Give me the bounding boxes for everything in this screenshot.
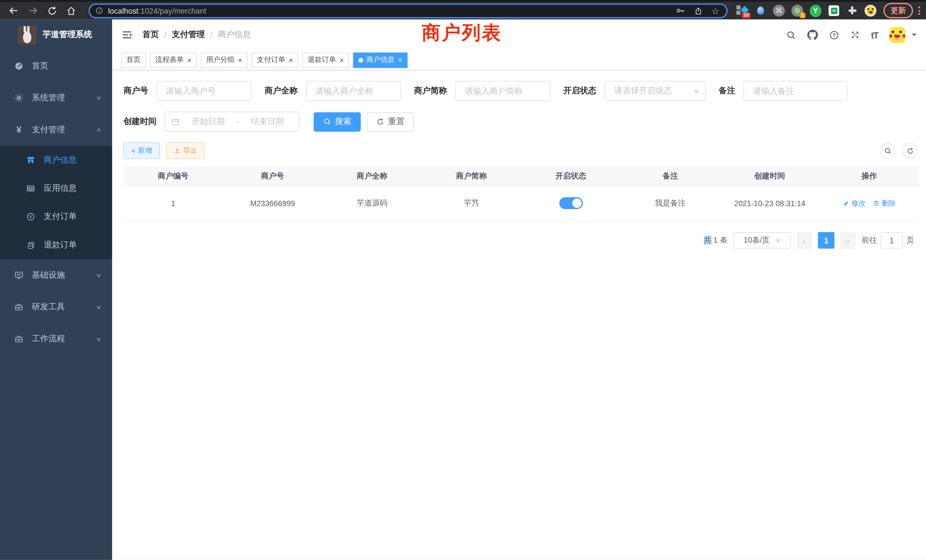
browser-home-icon[interactable]: [66, 6, 76, 16]
export-button[interactable]: 导出: [166, 142, 205, 159]
browser-toolbar: localhost:1024/pay/merchant ☆ 10 ⌘ 1 Y: [0, 0, 926, 20]
extension-workspaces-icon[interactable]: 10: [737, 5, 748, 17]
fullscreen-icon[interactable]: [850, 30, 859, 39]
logo-image: [18, 26, 36, 44]
svg-text:¥: ¥: [29, 214, 32, 219]
short-name-label: 商户简称: [414, 86, 447, 96]
close-icon[interactable]: ×: [340, 56, 344, 64]
user-avatar[interactable]: [890, 27, 905, 43]
sidebar-item-system[interactable]: 系统管理 ∨: [0, 82, 112, 114]
password-key-icon[interactable]: [675, 6, 685, 15]
plus-icon: +: [131, 146, 136, 155]
profile-avatar-icon[interactable]: [865, 5, 876, 17]
tab-merchant-info[interactable]: 商户信息×: [353, 52, 408, 68]
sidebar-item-payment[interactable]: ¥ 支付管理 ∧: [0, 114, 112, 146]
toolbox-icon: [12, 303, 26, 312]
extension-badge: 1: [799, 12, 806, 18]
remark-input[interactable]: [743, 81, 847, 101]
browser-forward-icon[interactable]: [28, 5, 38, 16]
screen: localhost:1024/pay/merchant ☆ 10 ⌘ 1 Y: [0, 0, 926, 560]
merchant-no-input[interactable]: [156, 81, 251, 101]
sidebar-item-workflow[interactable]: 工作流程 ∨: [0, 323, 112, 355]
sidebar-item-merchant-info[interactable]: 商户信息: [0, 146, 112, 174]
sidebar-item-refund-order[interactable]: 退款订单: [0, 231, 112, 259]
short-name-input[interactable]: [455, 81, 550, 101]
extensions-puzzle-icon[interactable]: [846, 5, 858, 17]
main-area: 首页 / 支付管理 / 商户信息 ? tT: [112, 20, 926, 560]
filter-row-2: 创建时间 开始日期 - 结束日期 搜索: [123, 112, 919, 132]
address-bar[interactable]: localhost:1024/pay/merchant ☆: [89, 3, 728, 18]
page-1-button[interactable]: 1: [818, 232, 834, 249]
sidebar: 芋道管理系统 首页 系统管理 ∨ ¥ 支付管理 ∧: [0, 20, 112, 560]
bookmark-star-icon[interactable]: ☆: [711, 6, 719, 15]
merchant-table: 商户编号 商户号 商户全称 商户简称 开启状态 备注 创建时间 操作 1 M23…: [123, 166, 919, 221]
cell-short-name: 芋艿: [422, 198, 521, 209]
extension-y-icon[interactable]: Y: [809, 5, 822, 17]
extension-recorder-icon[interactable]: 1: [791, 5, 803, 17]
prev-page-button[interactable]: ‹: [797, 232, 812, 249]
url-text: localhost:1024/pay/merchant: [108, 6, 206, 15]
status-select[interactable]: 请选择开启状态 ∨: [605, 81, 706, 101]
full-name-input[interactable]: [306, 81, 401, 101]
show-search-button[interactable]: [880, 143, 895, 158]
tab-process-form[interactable]: 流程表单×: [150, 52, 197, 68]
edit-link[interactable]: 修改: [843, 198, 865, 208]
share-icon[interactable]: [694, 6, 702, 15]
grid-icon: [24, 184, 38, 193]
add-button[interactable]: + 新增: [123, 142, 160, 159]
merchant-no-label: 商户号: [123, 86, 148, 96]
site-info-icon[interactable]: [95, 6, 103, 15]
extension-command-icon[interactable]: ⌘: [773, 5, 785, 17]
sidebar-item-home[interactable]: 首页: [0, 50, 112, 82]
user-menu-caret-icon[interactable]: [912, 34, 917, 38]
page-size-select[interactable]: 10条/页 ∨: [734, 232, 791, 249]
close-icon[interactable]: ×: [398, 56, 402, 64]
reset-button[interactable]: 重置: [367, 112, 414, 132]
tab-home[interactable]: 首页: [121, 52, 146, 68]
delete-link[interactable]: 删除: [873, 198, 896, 208]
sidebar-toggle-icon[interactable]: [121, 29, 133, 41]
extension-doc-icon[interactable]: [828, 5, 840, 17]
text-size-icon[interactable]: tT: [871, 30, 878, 40]
tab-pay-order[interactable]: 支付订单×: [251, 52, 298, 68]
extension-balloon-icon[interactable]: [755, 5, 766, 17]
tab-user-group[interactable]: 用户分组×: [201, 52, 247, 68]
next-page-button[interactable]: ›: [840, 232, 856, 249]
sidebar-item-dev-tools[interactable]: 研发工具 ∨: [0, 291, 112, 323]
close-icon[interactable]: ×: [289, 56, 293, 64]
documents-icon: [24, 241, 38, 250]
browser-back-icon[interactable]: [8, 5, 19, 16]
close-icon[interactable]: ×: [238, 56, 242, 64]
search-button[interactable]: 搜索: [313, 112, 361, 132]
close-icon[interactable]: ×: [187, 56, 192, 64]
sidebar-item-infrastructure[interactable]: 基础设施 ∨: [0, 259, 112, 291]
active-dot-icon: [359, 58, 363, 62]
tab-refund-order[interactable]: 退款订单×: [303, 52, 349, 68]
goto-page-input[interactable]: [881, 232, 903, 249]
chevron-down-icon: ∨: [96, 336, 102, 342]
search-icon[interactable]: [786, 30, 796, 40]
status-label: 开启状态: [563, 86, 596, 96]
calendar-icon: [171, 117, 180, 126]
chevron-down-icon: ∨: [96, 95, 102, 101]
yen-circle-icon: ¥: [24, 212, 38, 221]
breadcrumb-payment[interactable]: 支付管理: [172, 30, 205, 40]
goto-unit: 页: [906, 235, 914, 245]
sidebar-logo[interactable]: 芋道管理系统: [0, 20, 112, 50]
store-icon: [24, 155, 38, 165]
status-toggle[interactable]: [559, 197, 583, 209]
sidebar-item-pay-order[interactable]: ¥ 支付订单: [0, 203, 112, 231]
help-icon[interactable]: ?: [829, 30, 839, 40]
extensions-area: 10 ⌘ 1 Y: [737, 5, 876, 17]
refresh-button[interactable]: [902, 143, 918, 158]
navbar-actions: ? tT: [786, 27, 917, 43]
browser-update-button[interactable]: 更新: [884, 3, 913, 18]
sidebar-item-app-info[interactable]: 应用信息: [0, 174, 112, 203]
browser-reload-icon[interactable]: [47, 6, 57, 16]
github-icon[interactable]: [807, 30, 818, 40]
remark-label: 备注: [719, 86, 735, 96]
browser-menu-icon[interactable]: [918, 6, 920, 15]
page-content: 商户号 商户全称 商户简称 开启状态 请选择开启状态: [112, 70, 926, 560]
breadcrumb-home[interactable]: 首页: [142, 30, 159, 40]
date-range-picker[interactable]: 开始日期 - 结束日期: [165, 112, 300, 132]
